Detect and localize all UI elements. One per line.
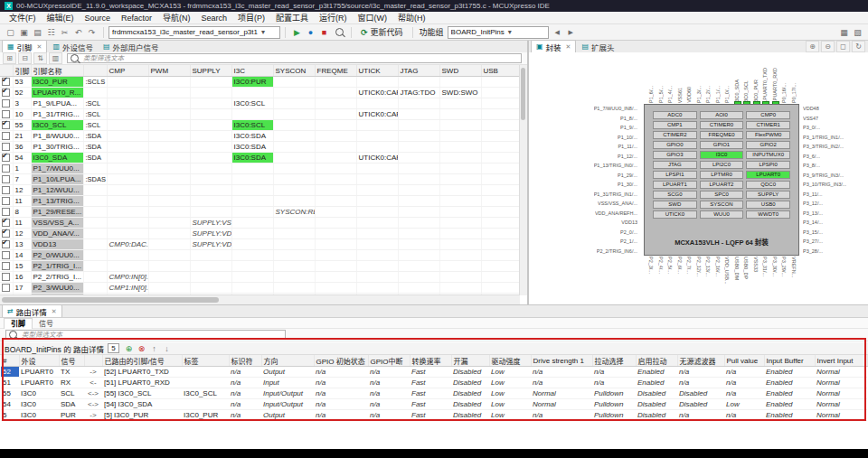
- zoom-in-icon[interactable]: ⊕: [806, 41, 819, 52]
- pin-row[interactable]: 14 P2_0/WUU0...: [0, 250, 520, 261]
- routing-cell[interactable]: n/a: [531, 367, 592, 378]
- module-block[interactable]: GPIO2: [746, 141, 790, 149]
- pin-checkbox[interactable]: [2, 175, 10, 183]
- sort-icon[interactable]: ⇅: [33, 52, 47, 64]
- pin-function-cell[interactable]: [356, 120, 398, 131]
- pin-function-cell[interactable]: [439, 164, 481, 174]
- pin-function-cell[interactable]: [439, 229, 481, 239]
- pin-row[interactable]: 3 P1_9/LPUA... :SCL I3C0:SCL: [0, 98, 520, 109]
- pin-function-cell[interactable]: [398, 207, 439, 218]
- top-pin-label[interactable]: P1_0/...: [722, 52, 732, 103]
- top-pin-label[interactable]: P1_1/...: [713, 52, 723, 103]
- routing-column-header[interactable]: Pull value: [724, 355, 764, 367]
- module-block[interactable]: INPUTMUX0: [746, 151, 790, 159]
- right-pin-label[interactable]: P3_0/...: [803, 123, 820, 133]
- pin-function-cell[interactable]: [315, 109, 356, 120]
- bottom-pin-label[interactable]: VDD_USB...: [722, 257, 732, 304]
- routing-cell[interactable]: SCL: [59, 388, 84, 399]
- routing-cell[interactable]: Disabled: [636, 388, 677, 399]
- routing-cell[interactable]: I3C0_SCL: [182, 388, 229, 399]
- pins-perspective-icon[interactable]: ▧: [851, 26, 864, 39]
- module-block[interactable]: SPC0: [700, 191, 744, 199]
- pin-function-cell[interactable]: [231, 174, 273, 185]
- save-all-icon[interactable]: ▤: [31, 26, 44, 39]
- pin-function-cell[interactable]: [273, 88, 315, 98]
- pin-function-cell[interactable]: [148, 98, 190, 109]
- pin-function-cell[interactable]: [148, 261, 190, 272]
- pin-function-cell[interactable]: [398, 272, 439, 283]
- pin-function-cell[interactable]: [481, 185, 520, 196]
- routing-cell[interactable]: I3C0_PUR: [182, 410, 229, 421]
- tab-pins[interactable]: ▦ 引脚 ✕: [2, 40, 47, 52]
- pin-function-cell[interactable]: [148, 153, 190, 164]
- pin-row[interactable]: 10 P1_31/TRIG... :SCL UTICK0:CAP...: [0, 109, 520, 120]
- left-pin-label[interactable]: P2_2/TRIG_IN6/...: [597, 247, 637, 257]
- run-icon[interactable]: ●: [304, 26, 317, 39]
- routing-column-header[interactable]: [84, 355, 102, 367]
- right-pin-label[interactable]: P3_14/...: [803, 218, 823, 228]
- routing-column-header[interactable]: #: [1, 355, 19, 367]
- pin-function-cell[interactable]: [315, 229, 356, 239]
- top-pin-label[interactable]: P0_17/...: [789, 52, 799, 103]
- pin-function-cell[interactable]: [315, 142, 356, 153]
- routing-cell[interactable]: Fast: [410, 378, 451, 388]
- pin-function-cell[interactable]: [273, 131, 315, 142]
- pin-function-cell[interactable]: SYSCON:RE...: [273, 207, 315, 218]
- pin-function-cell[interactable]: [190, 250, 231, 261]
- routing-column-header[interactable]: 信号: [59, 355, 84, 367]
- pin-function-cell[interactable]: [190, 120, 231, 131]
- pin-function-cell[interactable]: [398, 239, 439, 250]
- pin-function-cell[interactable]: [231, 250, 273, 261]
- pin-function-cell[interactable]: [107, 174, 148, 185]
- pin-row[interactable]: 36 P1_30/TRIG... :SDA I3C0:SDA: [0, 142, 520, 153]
- routing-cell[interactable]: [54] I3C0_SDA: [102, 399, 182, 410]
- right-pin-label[interactable]: P3_3/TRIG_IN2/...: [803, 142, 844, 152]
- pin-function-cell[interactable]: [273, 98, 315, 109]
- pin-function-cell[interactable]: [398, 131, 439, 142]
- left-pin-label[interactable]: P2_0/...: [620, 228, 637, 238]
- left-pin-label[interactable]: P2_1/...: [620, 237, 637, 247]
- pin-checkbox[interactable]: [2, 132, 10, 140]
- pin-function-cell[interactable]: [107, 250, 148, 261]
- pin-function-cell[interactable]: [107, 196, 148, 207]
- pin-function-cell[interactable]: [439, 218, 481, 229]
- pin-checkbox[interactable]: [2, 121, 10, 129]
- routing-cell[interactable]: [182, 399, 229, 410]
- print-icon[interactable]: ☷: [44, 26, 58, 39]
- routing-column-header[interactable]: 启用拉动: [636, 355, 677, 367]
- zoom-fit-icon[interactable]: ◻: [836, 41, 850, 52]
- pin-function-cell[interactable]: [148, 164, 190, 174]
- left-pin-label[interactable]: P1_8/...: [620, 114, 637, 124]
- pin-function-cell[interactable]: [315, 283, 356, 294]
- routing-cell[interactable]: n/a: [229, 399, 261, 410]
- pin-function-cell[interactable]: [148, 229, 190, 239]
- pin-function-cell[interactable]: [231, 261, 273, 272]
- pin-row[interactable]: 12 P1_12/WUU...: [0, 185, 520, 196]
- menu-item[interactable]: 文件(F): [4, 12, 42, 23]
- pin-function-cell[interactable]: [356, 239, 398, 250]
- routing-cell[interactable]: Input/Output: [261, 388, 314, 399]
- pin-function-cell[interactable]: [481, 142, 520, 153]
- left-pin-label[interactable]: VSS/VSS_ANA/...: [598, 199, 637, 209]
- pin-function-cell[interactable]: [315, 261, 356, 272]
- right-pin-label[interactable]: P3_1/TRIG_IN1/...: [803, 133, 844, 143]
- pin-function-cell[interactable]: [273, 153, 315, 164]
- columns-icon[interactable]: ▥: [49, 52, 62, 64]
- pin-checkbox[interactable]: [2, 154, 10, 162]
- routing-cell[interactable]: n/a: [531, 410, 592, 421]
- routing-cell[interactable]: n/a: [229, 378, 261, 388]
- module-block[interactable]: LPI2C0: [700, 161, 744, 169]
- routing-cell[interactable]: [55] I3C0_SCL: [102, 388, 182, 399]
- pins-column-header[interactable]: [83, 65, 107, 77]
- pin-function-cell[interactable]: [439, 131, 481, 142]
- debug-icon[interactable]: ▶: [290, 26, 304, 39]
- pin-function-cell[interactable]: [148, 174, 190, 185]
- pin-row[interactable]: 11 P1_13/TRIG...: [0, 196, 520, 207]
- routing-cell[interactable]: n/a: [314, 410, 368, 421]
- bottom-pin-label[interactable]: P3_29/...: [779, 257, 789, 304]
- pin-function-cell[interactable]: [481, 261, 520, 272]
- routing-cell[interactable]: Enabled: [764, 388, 815, 399]
- pin-function-cell[interactable]: [356, 283, 398, 294]
- left-pin-label[interactable]: P1_31/TRIG_IN1/...: [594, 190, 637, 200]
- pin-function-cell[interactable]: [148, 218, 190, 229]
